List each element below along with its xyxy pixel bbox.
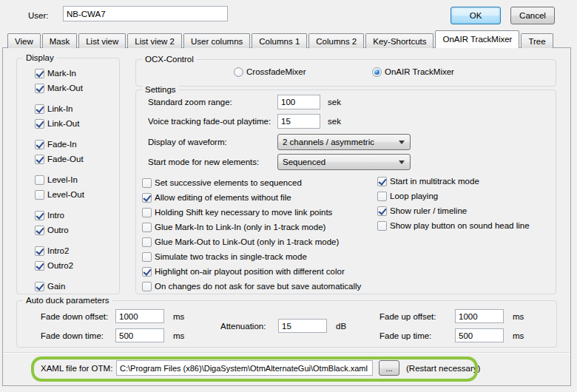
checkbox-gain[interactable]: Gain: [35, 281, 65, 291]
radio-onair-trackmixer[interactable]: OnAIR TrackMixer: [372, 67, 454, 77]
tab-columns-2[interactable]: Columns 2: [308, 33, 364, 48]
settings-group-title: Settings: [142, 84, 179, 95]
checkbox-simulate-two-tracks[interactable]: Simulate two tracks in single-track mode: [142, 251, 307, 262]
fade-up-time-input[interactable]: [455, 328, 504, 342]
checkbox-set-successive-sequenced[interactable]: Set successive elements to sequenced: [142, 178, 302, 188]
tab-list-view[interactable]: List view: [78, 33, 126, 48]
display-group-title: Display: [23, 53, 57, 64]
start-mode-select[interactable]: Sequenced: [277, 154, 411, 170]
checkbox-label: Holding Shift key necessary to move link…: [155, 208, 332, 217]
checkbox-glue-markin-linkin[interactable]: Glue Mark-In to Link-In (only in 1-track…: [142, 222, 325, 232]
radio-crossfademixer[interactable]: CrossfadeMixer: [234, 67, 306, 77]
fade-down-offset-unit: ms: [173, 312, 184, 321]
tab-mask[interactable]: Mask: [42, 33, 77, 48]
checkbox-no-ask-save-auto[interactable]: On changes do not ask for save but save …: [142, 281, 361, 291]
fade-up-offset-input[interactable]: [455, 309, 504, 323]
checkbox-label: On changes do not ask for save but save …: [155, 282, 361, 291]
chevron-down-icon: [399, 160, 405, 164]
checkbox-box: [35, 104, 44, 114]
ok-button[interactable]: OK: [451, 7, 501, 24]
checkbox-label: Intro: [47, 211, 64, 220]
waveform-display-label: Display of waveform:: [148, 138, 227, 146]
user-input[interactable]: [63, 6, 228, 21]
checkbox-box: [35, 261, 44, 271]
checkbox-box: [35, 211, 44, 220]
checkbox-label: Mark-Out: [47, 84, 83, 92]
checkbox-label: Link-Out: [47, 119, 79, 128]
checkbox-fade-in[interactable]: Fade-In: [35, 139, 77, 149]
checkbox-start-multitrack[interactable]: Start in multitrack mode: [377, 176, 479, 186]
standard-zoom-range-input[interactable]: [277, 95, 320, 109]
checkbox-intro2[interactable]: Intro2: [35, 246, 69, 256]
checkbox-show-play-button-soundhead[interactable]: Show play button on sound head line: [377, 220, 530, 231]
voice-tracking-fadeout-input[interactable]: [277, 114, 320, 129]
checkbox-box: [35, 282, 44, 291]
checkbox-highlight-onair-position[interactable]: Highlight on-air playout position with d…: [142, 266, 345, 277]
checkbox-box: [35, 84, 44, 93]
checkbox-box: [35, 119, 44, 129]
fade-up-time-unit: ms: [513, 331, 524, 340]
checkbox-label: Fade-In: [47, 140, 77, 149]
checkbox-box: [377, 192, 387, 201]
checkbox-mark-out[interactable]: Mark-Out: [35, 83, 83, 93]
fade-up-time-label: Fade up time:: [379, 331, 431, 340]
checkbox-box: [142, 208, 152, 217]
checkbox-outro2[interactable]: Outro2: [35, 260, 73, 271]
ocx-control-group-title: OCX-Control: [142, 54, 197, 65]
checkbox-label: Set successive elements to sequenced: [155, 178, 302, 187]
user-label: User:: [28, 11, 48, 20]
tab-onair-trackmixer[interactable]: OnAIR TrackMixer: [435, 30, 519, 48]
attenuation-input[interactable]: [278, 319, 327, 333]
checkbox-allow-editing-without-file[interactable]: Allow editing of elements without file: [142, 192, 291, 203]
checkbox-box: [377, 206, 387, 216]
checkbox-label: Start in multitrack mode: [390, 177, 479, 186]
checkbox-show-ruler-timeline[interactable]: Show ruler / timeline: [377, 206, 467, 216]
checkbox-outro[interactable]: Outro: [35, 225, 69, 235]
cancel-button[interactable]: Cancel: [510, 7, 555, 24]
checkbox-box: [35, 190, 44, 200]
checkbox-box: [142, 237, 152, 247]
checkbox-box: [35, 69, 44, 78]
checkbox-label: Fade-Out: [47, 155, 84, 163]
fade-down-offset-label: Fade down offset:: [41, 312, 108, 321]
xaml-file-path-input[interactable]: [116, 360, 373, 376]
checkbox-level-out[interactable]: Level-Out: [35, 189, 84, 200]
checkbox-label: Outro: [47, 226, 69, 234]
checkbox-label: Simulate two tracks in single-track mode: [155, 252, 307, 261]
tab-user-columns[interactable]: User columns: [183, 33, 250, 48]
checkbox-label: Glue Mark-In to Link-In (only in 1-track…: [155, 223, 325, 232]
fade-down-time-input[interactable]: [115, 328, 164, 342]
checkbox-label: Link-In: [47, 104, 73, 113]
checkbox-intro[interactable]: Intro: [35, 210, 64, 220]
fade-down-offset-input[interactable]: [115, 309, 164, 323]
tab-tree[interactable]: Tree: [521, 33, 553, 48]
checkbox-link-in[interactable]: Link-In: [35, 104, 73, 114]
checkbox-box: [142, 252, 152, 262]
settings-dialog: { "window": { "user_label": "User:", "us…: [0, 0, 577, 392]
checkbox-fade-out[interactable]: Fade-Out: [35, 154, 84, 164]
restart-necessary-note: (Restart necessary): [406, 364, 480, 373]
checkbox-level-in[interactable]: Level-In: [35, 175, 78, 185]
waveform-display-select[interactable]: 2 channels / asymmetric: [277, 134, 411, 150]
tab-columns-1[interactable]: Columns 1: [252, 33, 307, 48]
checkbox-box: [35, 246, 44, 256]
checkbox-label: Glue Mark-Out to Link-Out (only in 1-tra…: [155, 237, 339, 246]
checkbox-label: Allow editing of elements without file: [155, 193, 291, 202]
checkbox-label: Loop playing: [390, 192, 438, 200]
checkbox-link-out[interactable]: Link-Out: [35, 118, 79, 129]
tab-list-view-2[interactable]: List view 2: [127, 33, 182, 48]
tab-key-shortcuts[interactable]: Key-Shortcuts: [365, 33, 433, 48]
checkbox-holding-shift-link-points[interactable]: Holding Shift key necessary to move link…: [142, 207, 332, 217]
browse-button[interactable]: ...: [379, 360, 399, 376]
checkbox-loop-playing[interactable]: Loop playing: [377, 191, 438, 201]
checkbox-box: [142, 193, 152, 203]
ocx-control-group: OCX-Control: [135, 59, 556, 87]
checkbox-mark-in[interactable]: Mark-In: [35, 68, 76, 78]
radio-circle: [234, 67, 243, 77]
checkbox-label: Show play button on sound head line: [390, 221, 530, 230]
start-mode-value: Sequenced: [283, 158, 325, 166]
checkbox-label: Outro2: [47, 261, 73, 270]
checkbox-box: [35, 175, 44, 185]
checkbox-glue-markout-linkout[interactable]: Glue Mark-Out to Link-Out (only in 1-tra…: [142, 237, 339, 247]
tab-view[interactable]: View: [7, 33, 41, 48]
